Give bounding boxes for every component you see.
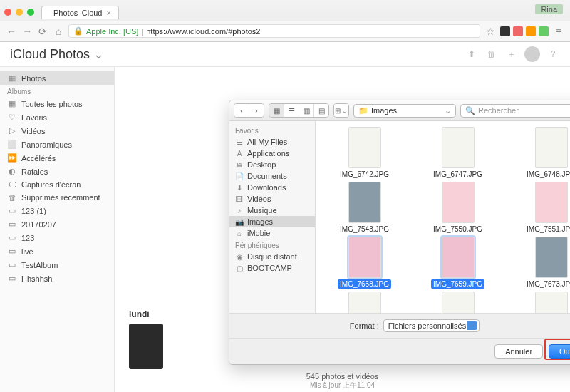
window-controls[interactable] (4, 9, 34, 16)
browser-tab[interactable]: Photos iCloud × (41, 6, 119, 19)
dialog-sidebar-device[interactable]: ◉Disque distant (229, 251, 315, 262)
sidebar-icon: ◐ (7, 167, 17, 176)
sidebar-item-photos[interactable]: ▦ Photos (0, 71, 114, 85)
file-item[interactable]: IMG_7659.JPG (413, 237, 502, 289)
nav-back-forward[interactable]: ‹› (234, 103, 264, 118)
dialog-sidebar-item[interactable]: 📷Images (229, 216, 315, 227)
file-item[interactable]: IMG_7673.JPG (507, 237, 570, 289)
dialog-sidebar-device[interactable]: ▢BOOTCAMP (229, 262, 315, 274)
close-window-icon[interactable] (4, 9, 11, 16)
dialog-sidebar-item[interactable]: 🖥Desktop (229, 159, 315, 170)
sidebar-item[interactable]: ▷Vidéos (0, 124, 114, 138)
sidebar-item[interactable]: ▭20170207 (0, 217, 114, 231)
avatar[interactable] (524, 46, 540, 62)
folder-icon: ⬇ (235, 184, 244, 192)
sidebar-icon: ▭ (7, 220, 17, 229)
dialog-sidebar-item[interactable]: 🎞Vidéos (229, 193, 315, 205)
folder-icon: 🖥 (235, 161, 244, 169)
dialog-sidebar-item[interactable]: ♪Musique (229, 205, 315, 216)
dialog-sidebar-item[interactable]: AApplications (229, 148, 315, 159)
sidebar-label: 123 (1) (21, 207, 46, 215)
star-icon[interactable]: ☆ (484, 26, 496, 37)
file-item[interactable]: IMG_7658.JPG (320, 237, 409, 289)
file-grid[interactable]: IMG_6742.JPGIMG_6747.JPGIMG_6748.JPGIMG_… (316, 121, 570, 313)
menu-icon[interactable]: ≡ (553, 26, 564, 37)
sidebar-item[interactable]: ⏩Accélérés (0, 151, 114, 165)
sidebar-item[interactable]: ▭123 (1) (0, 204, 114, 217)
dialog-sidebar-item[interactable]: 📄Documents (229, 170, 315, 182)
sidebar-heading-albums: Albums (0, 85, 114, 97)
file-item[interactable]: IMG_7681.JPG (413, 292, 502, 313)
sidebar-item[interactable]: 🖵Captures d'écran (0, 178, 114, 191)
upload-icon[interactable]: ⬆ (465, 47, 479, 61)
view-mode-segment[interactable]: ▦☰▥▤ (269, 103, 329, 118)
open-button[interactable]: Ouvrir (549, 344, 570, 359)
sidebar-label: Favoris (21, 113, 47, 122)
trash-icon[interactable]: 🗑 (484, 47, 499, 61)
dialog-sidebar-item[interactable]: ☰All My Files (229, 136, 315, 148)
sidebar-item[interactable]: ♡Favoris (0, 110, 114, 124)
forward-icon: › (249, 104, 264, 117)
profile-badge[interactable]: Rina (535, 4, 563, 14)
help-icon[interactable]: ? (546, 47, 560, 61)
file-item[interactable]: IMG_7543.JPG (320, 182, 409, 234)
sidebar-label: live (21, 247, 33, 256)
file-name: IMG_7543.JPG (338, 225, 391, 234)
file-item[interactable]: IMG_7550.JPG (413, 182, 502, 234)
file-open-dialog: ‹› ▦☰▥▤ ⊞ ⌄ 📁 Images ⌄ 🔍 Rechercher Favo… (229, 100, 570, 365)
extension-icons[interactable] (500, 26, 549, 36)
sidebar-item[interactable]: ◐Rafales (0, 165, 114, 178)
reload-icon[interactable]: ⟳ (37, 26, 48, 37)
minimize-window-icon[interactable] (16, 9, 23, 16)
group-icon: ⊞ ⌄ (334, 104, 348, 117)
sidebar-label: TestAlbum (21, 261, 58, 269)
dialog-sidebar-item[interactable]: ⌂iMobie (229, 227, 315, 239)
file-item[interactable]: IMG_7682.JPG (507, 292, 570, 313)
file-item[interactable]: IMG_7680.JPG (320, 292, 409, 313)
file-thumbnail (535, 237, 568, 278)
dialog-sidebar-item[interactable]: ⬇Downloads (229, 182, 315, 193)
back-icon: ‹ (234, 104, 249, 117)
sidebar-item[interactable]: 🗑Supprimés récemment (0, 191, 114, 204)
file-name: IMG_6747.JPG (431, 170, 484, 179)
address-bar[interactable]: 🔒 Apple Inc. [US] | https://www.icloud.c… (68, 24, 480, 38)
file-item[interactable]: IMG_6748.JPG (507, 127, 570, 179)
library-summary: 545 photos et vidéos Mis à jour 上午11:04 (115, 372, 570, 391)
add-album-icon[interactable]: ＋ (504, 47, 519, 61)
file-item[interactable]: IMG_6747.JPG (413, 127, 502, 179)
sidebar-heading-favorites: Favoris (229, 124, 315, 136)
sidebar-item[interactable]: ▭123 (0, 231, 114, 244)
sidebar-label: 123 (21, 234, 34, 242)
file-item[interactable]: IMG_6742.JPG (320, 127, 409, 179)
photo-thumbnail[interactable] (129, 324, 163, 369)
sidebar-item[interactable]: ▭live (0, 244, 114, 258)
file-name: IMG_6742.JPG (338, 170, 391, 179)
cancel-button[interactable]: Annuler (494, 344, 543, 359)
file-name: IMG_7673.JPG (524, 279, 570, 289)
file-name: IMG_7658.JPG (338, 279, 391, 289)
file-name: IMG_7551.JPG (524, 225, 570, 234)
search-input[interactable]: 🔍 Rechercher (460, 104, 570, 118)
page-title: iCloud Photos ⌄ (10, 46, 104, 62)
sidebar-icon: ▭ (7, 247, 17, 256)
sidebar-item[interactable]: ▦Toutes les photos (0, 97, 114, 110)
forward-icon[interactable]: → (21, 26, 33, 37)
back-icon[interactable]: ← (6, 26, 17, 37)
format-dropdown[interactable]: Fichiers personnalisés (383, 319, 480, 332)
folder-icon: ♪ (235, 207, 244, 215)
path-dropdown[interactable]: 📁 Images ⌄ (353, 104, 456, 118)
sidebar-label: Accélérés (21, 154, 56, 163)
file-item[interactable]: IMG_7551.JPG (507, 182, 570, 234)
content-area: lundi 545 photos et vidéos Mis à jour 上午… (115, 67, 570, 392)
sidebar-label: Panoramiques (21, 140, 72, 149)
folder-icon: 📁 (358, 106, 368, 115)
sidebar-item[interactable]: ⬜Panoramiques (0, 138, 114, 151)
group-segment[interactable]: ⊞ ⌄ (333, 103, 349, 118)
maximize-window-icon[interactable] (27, 9, 34, 16)
dialog-sidebar: Favoris ☰All My FilesAApplications🖥Deskt… (229, 121, 316, 313)
sidebar-item[interactable]: ▭TestAlbum (0, 258, 114, 272)
sidebar-item[interactable]: ▭Hhshhsh (0, 272, 114, 285)
home-icon[interactable]: ⌂ (53, 26, 64, 37)
file-thumbnail (348, 127, 381, 168)
close-tab-icon[interactable]: × (107, 9, 111, 17)
